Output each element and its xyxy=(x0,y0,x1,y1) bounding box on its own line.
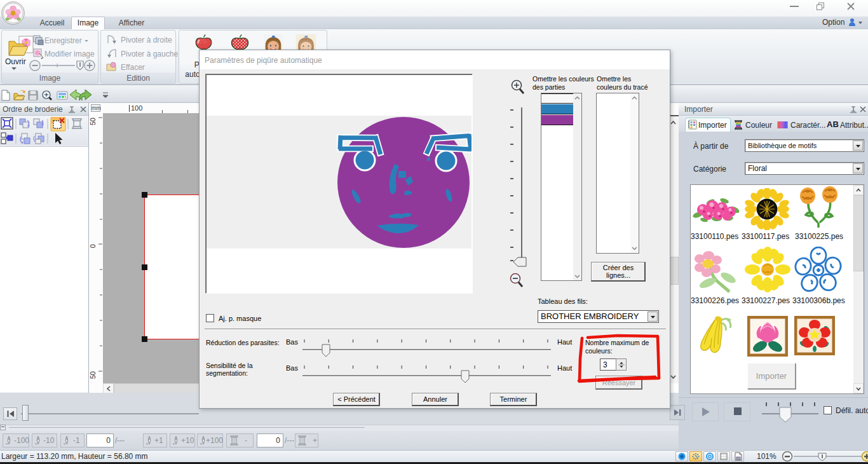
svg-text:50: 50 xyxy=(89,118,97,125)
svg-text:0: 0 xyxy=(89,244,97,248)
svg-text:50: 50 xyxy=(89,371,97,379)
